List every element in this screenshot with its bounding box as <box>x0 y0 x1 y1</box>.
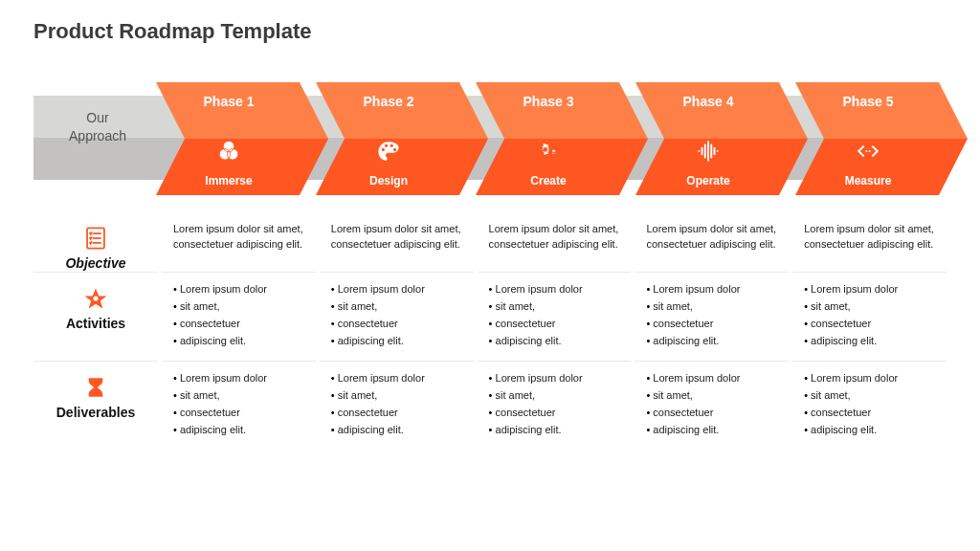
svg-point-36 <box>93 296 98 300</box>
list-item: consectetuer <box>173 317 308 332</box>
activities-cell: Lorem ipsum dolorsit amet,consectetuerad… <box>320 273 474 362</box>
list-item: sit amet, <box>173 388 308 404</box>
list-item: Lorem ipsum dolor <box>173 282 308 298</box>
svg-point-29 <box>865 150 867 152</box>
chevron-phase-3: Phase 3 Create <box>476 82 648 195</box>
deliverables-cell: Lorem ipsum dolorsit amet,consectetuerad… <box>478 362 632 450</box>
list-item: adipiscing elit. <box>173 334 308 349</box>
chevron-row: Phase 1 Immerse Phase 2 Design Phase <box>156 82 960 195</box>
phase-label: Phase 2 <box>316 94 461 109</box>
hourglass-icon <box>83 375 108 400</box>
list-item: adipiscing elit. <box>489 423 624 438</box>
list-item: sit amet, <box>331 388 466 404</box>
phase-label: Phase 1 <box>156 94 301 109</box>
phase-name: Measure <box>795 174 941 187</box>
chevron-phase-4: Phase 4 Operate <box>635 82 808 195</box>
svg-marker-14 <box>476 82 648 139</box>
phase-label: Phase 5 <box>795 94 941 109</box>
list-item: Lorem ipsum dolor <box>646 282 781 298</box>
list-item: adipiscing elit. <box>804 423 939 438</box>
list-item: consectetuer <box>489 406 624 421</box>
phase-name: Create <box>476 174 621 187</box>
list-item: consectetuer <box>804 406 939 421</box>
list-item: consectetuer <box>646 317 781 332</box>
deliverables-cell: Lorem ipsum dolorsit amet,consectetuerad… <box>320 362 474 450</box>
venn-icon <box>156 138 301 165</box>
phase-name: Operate <box>635 174 781 187</box>
list-item: adipiscing elit. <box>331 423 466 438</box>
list-item: adipiscing elit. <box>173 423 308 438</box>
list-item: sit amet, <box>804 299 939 315</box>
svg-marker-0 <box>156 82 328 139</box>
our-approach-line2: Approach <box>69 128 126 143</box>
row-label-deliverables: Deliverables <box>33 362 158 450</box>
objective-cell: Lorem ipsum dolor sit amet, consectetuer… <box>162 212 316 273</box>
soundwave-icon <box>635 138 781 165</box>
list-item: adipiscing elit. <box>489 334 624 349</box>
chevron-phase-2: Phase 2 Design <box>316 82 488 195</box>
list-item: adipiscing elit. <box>646 334 781 349</box>
phase-name: Design <box>316 174 461 187</box>
svg-point-10 <box>382 148 385 151</box>
list-item: Lorem ipsum dolor <box>331 371 466 386</box>
list-item: consectetuer <box>489 317 624 332</box>
our-approach-label: Our Approach <box>55 109 141 145</box>
svg-point-30 <box>869 150 871 152</box>
chevron-phase-1: Phase 1 Immerse <box>156 82 328 195</box>
row-title: Deliverables <box>56 405 136 420</box>
list-item: Lorem ipsum dolor <box>646 371 781 386</box>
list-item: Lorem ipsum dolor <box>489 282 624 298</box>
palette-icon <box>316 138 461 165</box>
deliverables-cell: Lorem ipsum dolorsit amet,consectetuerad… <box>162 362 316 450</box>
svg-point-17 <box>552 151 554 153</box>
svg-point-16 <box>543 147 547 152</box>
svg-point-13 <box>393 148 396 151</box>
list-item: consectetuer <box>331 317 466 332</box>
deliverables-cell: Lorem ipsum dolorsit amet,consectetuerad… <box>792 362 947 450</box>
list-item: sit amet, <box>804 388 939 404</box>
list-item: consectetuer <box>173 406 308 421</box>
row-title: Activities <box>66 316 125 331</box>
phase-label: Phase 3 <box>476 94 621 109</box>
code-icon <box>795 138 941 165</box>
list-item: consectetuer <box>331 406 466 421</box>
list-item: consectetuer <box>804 317 939 332</box>
list-item: Lorem ipsum dolor <box>804 371 939 386</box>
chevron-phase-5: Phase 5 Measure <box>795 82 968 195</box>
gears-icon <box>476 138 621 165</box>
phase-name: Immerse <box>156 174 301 187</box>
list-item: Lorem ipsum dolor <box>489 371 624 386</box>
row-title: Objective <box>65 255 125 271</box>
star-people-icon <box>83 286 108 311</box>
objective-cell: Lorem ipsum dolor sit amet, consectetuer… <box>635 212 789 273</box>
our-approach-line1: Our <box>86 110 108 125</box>
svg-marker-18 <box>635 82 808 139</box>
activities-cell: Lorem ipsum dolorsit amet,consectetuerad… <box>635 273 789 362</box>
checklist-icon <box>83 226 108 251</box>
row-label-activities: Activities <box>33 273 158 362</box>
objective-cell: Lorem ipsum dolor sit amet, consectetuer… <box>320 212 474 273</box>
list-item: sit amet, <box>173 299 308 315</box>
list-item: sit amet, <box>331 299 466 315</box>
deliverables-cell: Lorem ipsum dolorsit amet,consectetuerad… <box>635 362 789 450</box>
list-item: sit amet, <box>489 299 624 315</box>
activities-cell: Lorem ipsum dolorsit amet,consectetuerad… <box>162 273 316 362</box>
content-grid: Objective Lorem ipsum dolor sit amet, co… <box>33 212 947 538</box>
objective-cell: Lorem ipsum dolor sit amet, consectetuer… <box>478 212 632 273</box>
list-item: adipiscing elit. <box>804 334 939 349</box>
phase-strip: Our Approach Phase 1 Immerse Phase 2 <box>33 82 947 195</box>
svg-marker-27 <box>795 82 968 139</box>
phase-label: Phase 4 <box>635 94 781 109</box>
list-item: Lorem ipsum dolor <box>331 282 466 298</box>
svg-point-12 <box>390 144 393 147</box>
list-item: Lorem ipsum dolor <box>173 371 308 386</box>
row-label-objective: Objective <box>33 212 158 273</box>
list-item: sit amet, <box>646 299 781 315</box>
list-item: sit amet, <box>489 388 624 404</box>
activities-cell: Lorem ipsum dolorsit amet,consectetuerad… <box>792 273 947 362</box>
svg-point-11 <box>385 144 388 147</box>
activities-cell: Lorem ipsum dolorsit amet,consectetuerad… <box>478 273 632 362</box>
list-item: adipiscing elit. <box>646 423 781 438</box>
list-item: sit amet, <box>646 388 781 404</box>
list-item: consectetuer <box>646 406 781 421</box>
